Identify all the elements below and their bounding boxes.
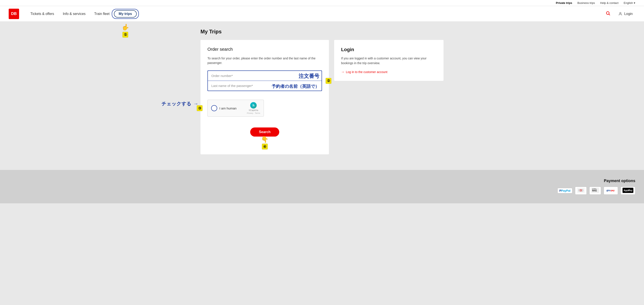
order-form-group	[208, 70, 322, 91]
info-services-nav[interactable]: Info & services	[58, 6, 90, 22]
annotation-badge-3-wrapper: ③	[196, 105, 203, 111]
form-annotation-wrapper: 注文番号 予約者の名前（英語で） ②	[208, 70, 322, 91]
paypal-icon: PPayPal	[558, 188, 572, 193]
svg-text:Pay: Pay	[628, 189, 632, 192]
nav-right: Login	[604, 9, 635, 18]
tickets-offers-nav[interactable]: Tickets & offers	[26, 6, 58, 22]
hcaptcha-brand: hCaptcha	[249, 109, 258, 112]
order-number-input[interactable]	[208, 71, 322, 81]
cards-row: チェックする → Order search To search for your…	[200, 40, 444, 154]
captcha-logo: h hCaptcha Privacy · Terms	[247, 102, 260, 114]
ja-check-label: チェックする	[162, 101, 192, 107]
svg-point-0	[606, 12, 609, 14]
hand-annotation-4: 👇 ④	[261, 136, 268, 150]
svg-line-1	[609, 14, 610, 15]
payment-title: Payment options	[558, 179, 635, 183]
captcha-wrapper: I am human h hCaptcha Privacy · Terms ③	[208, 95, 264, 121]
payment-icons: PPayPal MAE STRO	[558, 187, 635, 195]
arrow-right-icon: →	[341, 70, 344, 74]
captcha-row[interactable]: I am human h hCaptcha Privacy · Terms	[208, 100, 264, 117]
hand-pointer-4-icon: 👇	[261, 136, 268, 143]
order-search-card: Order search To search for your order, p…	[200, 40, 329, 154]
login-label: Login	[624, 12, 633, 16]
chevron-down-icon: ▾	[634, 1, 635, 4]
login-account-link[interactable]: → Log in to the customer account	[341, 70, 436, 74]
order-search-title: Order search	[208, 47, 322, 52]
svg-point-2	[620, 12, 621, 14]
language-selector[interactable]: English ▾	[624, 1, 635, 4]
utility-bar: Private trips Business trips Help & cont…	[0, 0, 644, 6]
captcha-privacy: Privacy · Terms	[247, 112, 260, 114]
annotation-badge-1: ①	[122, 32, 128, 38]
annotation-badge-3: ③	[196, 105, 203, 111]
last-name-input[interactable]	[208, 81, 322, 91]
login-card: Login If you are logged in with a custom…	[334, 40, 444, 81]
search-button-wrapper: Search 👇 ④	[208, 121, 322, 147]
private-trips-link[interactable]: Private trips	[556, 1, 572, 4]
login-card-description: If you are logged in with a customer acc…	[341, 56, 436, 66]
fintec-icon	[575, 187, 587, 195]
svg-text:pay: pay	[611, 189, 615, 192]
login-card-title: Login	[341, 47, 436, 52]
order-search-description: To search for your order, please enter t…	[208, 56, 322, 65]
annotation-badge-2-wrapper: ②	[326, 78, 332, 84]
my-trips-nav[interactable]: My trips	[114, 10, 137, 17]
login-button[interactable]: Login	[616, 10, 635, 18]
nav-links: Tickets & offers Info & services Train f…	[26, 6, 604, 22]
apple-pay-icon: Apple Pay	[620, 187, 635, 195]
annotation-badge-4: ④	[262, 143, 268, 150]
footer: Payment options PPayPal MAE STRO	[0, 170, 644, 203]
captcha-label: I am human	[219, 106, 247, 110]
giropay-icon: giro pay	[604, 187, 618, 195]
hand-pointer-1-icon: 👇	[122, 24, 129, 31]
payment-section: Payment options PPayPal MAE STRO	[558, 179, 635, 195]
train-fleet-nav[interactable]: Train fleet	[90, 6, 114, 22]
page-title: My Trips	[200, 29, 444, 35]
language-label: English	[624, 1, 633, 4]
business-trips-link[interactable]: Business trips	[578, 1, 595, 4]
main-navbar: DB Tickets & offers Info & services Trai…	[0, 6, 644, 22]
help-contact-link[interactable]: Help & contact	[600, 1, 618, 4]
annotation-badge-2: ②	[326, 78, 332, 84]
hcaptcha-icon: h	[250, 102, 257, 109]
svg-text:giro: giro	[606, 189, 610, 192]
search-button-nav[interactable]	[604, 9, 612, 18]
svg-text:STRO: STRO	[592, 188, 596, 190]
svg-text:MAE: MAE	[592, 189, 597, 192]
search-submit-button[interactable]: Search	[250, 127, 279, 137]
ja-check-annotation: チェックする →	[162, 101, 198, 107]
db-logo[interactable]: DB	[9, 9, 19, 19]
page-wrapper: My Trips チェックする → Order search To search…	[192, 22, 452, 161]
maestro-icon: MAE STRO	[589, 187, 601, 195]
captcha-checkbox[interactable]	[211, 105, 217, 111]
paypal-text: PayPal	[561, 189, 570, 192]
